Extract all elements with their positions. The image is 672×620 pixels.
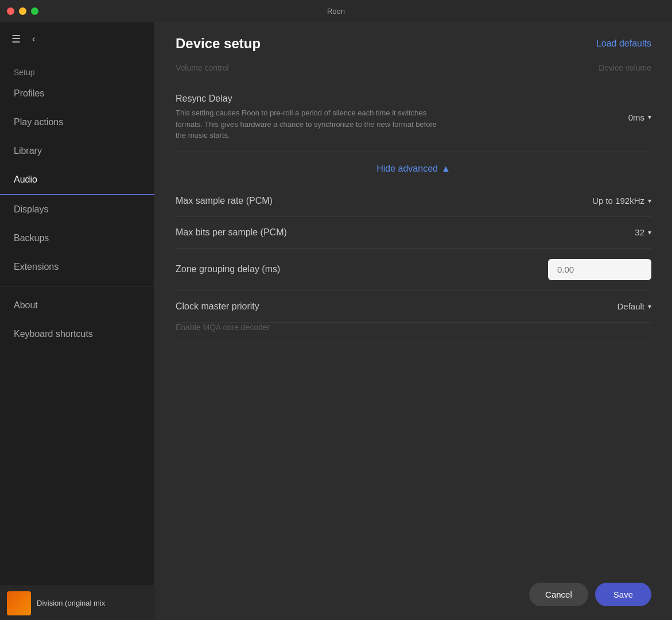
resync-delay-control[interactable]: 0ms ▾ — [560, 113, 651, 122]
resync-delay-arrow: ▾ — [648, 113, 651, 121]
clock-master-control[interactable]: Default ▾ — [560, 301, 651, 311]
max-sample-rate-label: Max sample rate (PCM) — [176, 196, 560, 206]
hide-advanced-label: Hide advanced — [376, 164, 438, 174]
volume-control-dropdown-value: Device volume — [599, 63, 651, 72]
minimize-dot[interactable] — [19, 7, 26, 15]
enable-mqa-label: Enable MQA core decoder — [176, 323, 560, 332]
hide-advanced-button[interactable]: Hide advanced ▲ — [376, 164, 450, 174]
resync-delay-value: 0ms — [628, 113, 644, 122]
save-button[interactable]: Save — [595, 583, 651, 606]
now-playing-title: Division (original mix — [37, 599, 105, 607]
sidebar-item-setup: Setup — [0, 62, 154, 79]
sidebar-item-extensions[interactable]: Extensions — [0, 253, 154, 281]
sidebar-item-about[interactable]: About — [0, 291, 154, 320]
app-container: ☰ ‹ Setup Profiles Play actions Library … — [0, 22, 672, 620]
resync-delay-row: Resync Delay This setting causes Roon to… — [176, 83, 651, 152]
clock-master-arrow: ▾ — [648, 303, 651, 311]
sidebar-item-backups[interactable]: Backups — [0, 224, 154, 253]
sidebar-item-profiles[interactable]: Profiles — [0, 79, 154, 108]
maximize-dot[interactable] — [31, 7, 38, 15]
now-playing-bar: Division (original mix — [0, 586, 155, 620]
resync-delay-label-group: Resync Delay This setting causes Roon to… — [176, 94, 560, 141]
clock-master-value: Default — [617, 301, 644, 311]
hamburger-icon[interactable]: ☰ — [11, 33, 21, 45]
sidebar-item-displays[interactable]: Displays — [0, 195, 154, 224]
volume-control-label: Volume control — [176, 63, 560, 72]
zone-grouping-row: Zone grouping delay (ms) — [176, 249, 651, 291]
volume-control-row: Volume control Device volume — [176, 63, 651, 83]
cancel-button[interactable]: Cancel — [529, 583, 588, 606]
sidebar-divider — [0, 286, 154, 286]
max-bits-label: Max bits per sample (PCM) — [176, 227, 560, 238]
max-bits-control[interactable]: 32 ▾ — [560, 227, 651, 237]
zone-grouping-input[interactable] — [548, 259, 651, 280]
sidebar: ☰ ‹ Setup Profiles Play actions Library … — [0, 22, 155, 620]
window-title: Roon — [327, 7, 345, 16]
sidebar-item-play-actions[interactable]: Play actions — [0, 108, 154, 137]
sidebar-nav: Setup Profiles Play actions Library Audi… — [0, 56, 154, 576]
hide-advanced-arrow-icon: ▲ — [441, 164, 450, 174]
sidebar-item-audio[interactable]: Audio — [0, 165, 154, 195]
back-icon[interactable]: ‹ — [32, 34, 35, 44]
main-content: Device setup Load defaults Volume contro… — [155, 22, 672, 620]
sidebar-header: ☰ ‹ — [0, 22, 154, 56]
volume-control-value: Device volume — [560, 63, 651, 72]
max-sample-rate-control[interactable]: Up to 192kHz ▾ — [560, 196, 651, 206]
modal-header: Device setup Load defaults — [155, 22, 672, 63]
max-sample-rate-arrow: ▾ — [648, 197, 651, 205]
modal-title: Device setup — [176, 36, 261, 52]
album-thumbnail — [7, 591, 31, 615]
max-bits-row: Max bits per sample (PCM) 32 ▾ — [176, 217, 651, 249]
sidebar-item-library[interactable]: Library — [0, 137, 154, 165]
window-controls — [7, 7, 38, 15]
max-sample-rate-row: Max sample rate (PCM) Up to 192kHz ▾ — [176, 185, 651, 217]
max-bits-value: 32 — [635, 227, 644, 237]
sidebar-item-keyboard-shortcuts[interactable]: Keyboard shortcuts — [0, 320, 154, 348]
clock-master-row: Clock master priority Default ▾ — [176, 291, 651, 323]
device-setup-panel: Device setup Load defaults Volume contro… — [155, 22, 672, 620]
enable-mqa-row: Enable MQA core decoder — [176, 323, 651, 343]
modal-body[interactable]: Volume control Device volume Resync Dela… — [155, 63, 672, 574]
zone-grouping-label: Zone grouping delay (ms) — [176, 264, 548, 274]
zone-grouping-control[interactable] — [548, 259, 651, 280]
load-defaults-button[interactable]: Load defaults — [596, 38, 651, 49]
resync-delay-desc: This setting causes Roon to pre-roll a p… — [176, 107, 440, 141]
titlebar: Roon — [0, 0, 672, 22]
close-dot[interactable] — [7, 7, 14, 15]
max-sample-rate-value: Up to 192kHz — [592, 196, 644, 206]
resync-delay-title: Resync Delay — [176, 94, 560, 104]
modal-footer: Cancel Save — [155, 574, 672, 620]
max-bits-arrow: ▾ — [648, 228, 651, 237]
clock-master-label: Clock master priority — [176, 301, 560, 312]
hide-advanced-row: Hide advanced ▲ — [176, 152, 651, 185]
